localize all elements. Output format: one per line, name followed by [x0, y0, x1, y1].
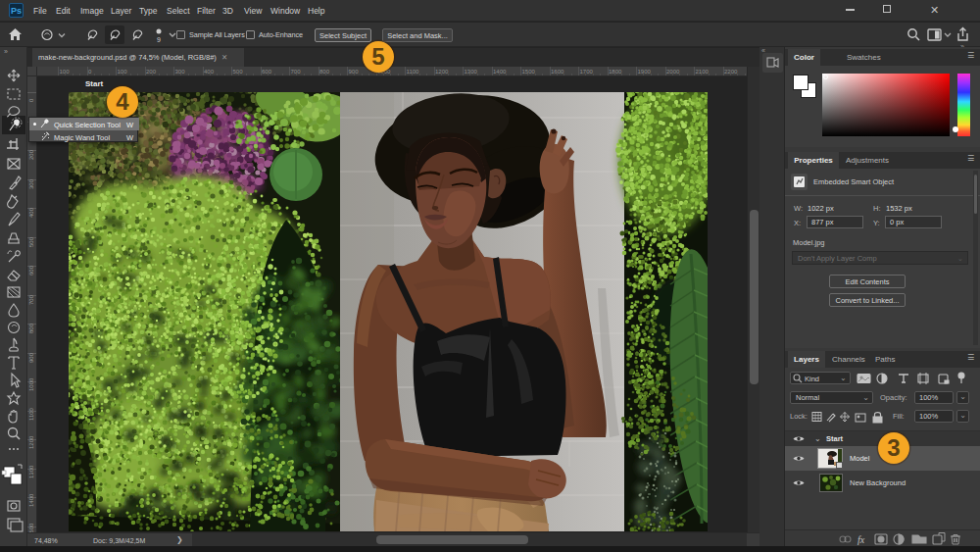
svg-text:fx: fx [858, 534, 865, 545]
svg-text:9: 9 [157, 36, 161, 43]
